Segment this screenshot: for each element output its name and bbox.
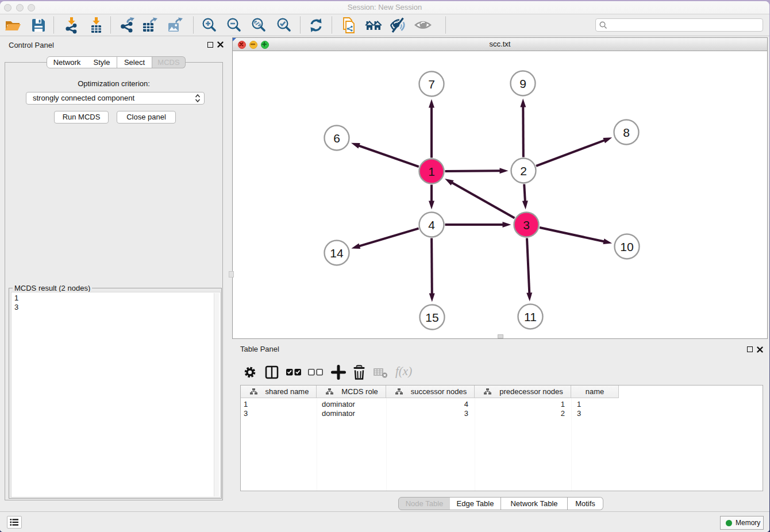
svg-text:8: 8: [623, 126, 630, 139]
svg-text:14: 14: [330, 246, 344, 260]
svg-text:4: 4: [428, 218, 435, 232]
svg-text:10: 10: [620, 240, 633, 253]
svg-text:7: 7: [428, 78, 435, 91]
svg-text:15: 15: [425, 311, 438, 324]
svg-text:2: 2: [520, 164, 527, 178]
svg-text:3: 3: [523, 218, 530, 232]
svg-text:6: 6: [333, 132, 340, 145]
svg-text:11: 11: [524, 310, 537, 323]
svg-text:9: 9: [519, 77, 526, 90]
svg-text:1: 1: [428, 165, 435, 178]
